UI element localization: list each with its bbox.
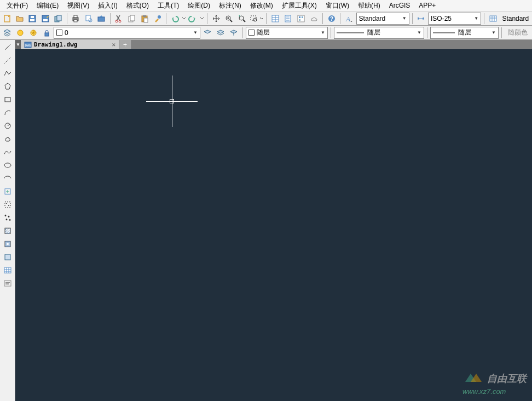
- tool-palette-button[interactable]: [295, 13, 307, 25]
- menu-extend[interactable]: 扩展工具(X): [277, 0, 321, 11]
- svg-rect-63: [5, 202, 10, 207]
- color-dropdown[interactable]: 随层 ▼: [246, 27, 328, 39]
- properties-palette-button[interactable]: [269, 13, 281, 25]
- multiline-text-tool[interactable]: [1, 277, 14, 289]
- redo-button[interactable]: [187, 13, 204, 25]
- match-properties-button[interactable]: [152, 13, 163, 25]
- text-style-dropdown[interactable]: Standard ▼: [356, 13, 409, 25]
- layer-iso-button[interactable]: [228, 27, 240, 39]
- line-tool[interactable]: [1, 41, 14, 53]
- zoom-previous-button[interactable]: [236, 13, 247, 25]
- dim-style-icon[interactable]: [415, 13, 427, 25]
- svg-line-23: [230, 20, 232, 22]
- ellipse-arc-tool[interactable]: [1, 172, 14, 184]
- svg-rect-59: [5, 97, 10, 102]
- menu-edit[interactable]: 编辑(E): [32, 0, 63, 11]
- svg-point-69: [9, 219, 10, 221]
- polyline-tool[interactable]: [1, 67, 14, 79]
- menu-annotate[interactable]: 标注(N): [215, 0, 246, 11]
- layer-prev-button[interactable]: [201, 27, 213, 39]
- zoom-realtime-button[interactable]: [223, 13, 235, 25]
- svg-rect-48: [490, 16, 496, 21]
- revision-cloud-tool[interactable]: [1, 133, 14, 145]
- linetype-dropdown[interactable]: 随层 ▼: [334, 27, 424, 39]
- ellipse-tool[interactable]: [1, 159, 14, 171]
- linetype-preview-icon: [337, 30, 364, 36]
- save-button[interactable]: [27, 13, 38, 25]
- insert-block-tool[interactable]: [1, 185, 14, 197]
- document-tab-active[interactable]: DWG Drawing1.dwg ✕: [21, 40, 119, 49]
- zoom-window-button[interactable]: [248, 13, 263, 25]
- open-file-button[interactable]: [14, 13, 25, 25]
- menu-help[interactable]: 帮助(H): [354, 0, 385, 11]
- polygon-tool[interactable]: [1, 80, 14, 92]
- tab-filename: Drawing1.dwg: [34, 41, 77, 48]
- menu-window[interactable]: 窗口(W): [321, 0, 354, 11]
- region-tool[interactable]: [1, 251, 14, 263]
- lineweight-value: 随层: [458, 28, 471, 37]
- cloud-connect-button[interactable]: [308, 13, 320, 25]
- layer-dropdown[interactable]: 0 ▼: [54, 27, 200, 39]
- lineweight-dropdown[interactable]: 随层 ▼: [430, 27, 499, 39]
- svg-rect-2: [30, 19, 34, 21]
- undo-button[interactable]: [169, 13, 186, 25]
- menu-arcgis[interactable]: ArcGIS: [385, 1, 415, 10]
- draw-toolbar: [0, 40, 15, 401]
- layer-on-icon[interactable]: [14, 27, 26, 39]
- save-as-button[interactable]: [39, 13, 51, 25]
- menu-file[interactable]: 文件(F): [2, 0, 32, 11]
- publish-button[interactable]: [95, 13, 107, 25]
- tab-list-button[interactable]: ▼: [15, 40, 21, 49]
- menu-view[interactable]: 视图(V): [63, 0, 94, 11]
- svg-rect-41: [299, 19, 300, 21]
- layer-lock-icon[interactable]: [41, 27, 53, 39]
- menu-modify[interactable]: 修改(M): [246, 0, 277, 11]
- print-button[interactable]: [70, 13, 82, 25]
- menu-insert[interactable]: 插入(I): [94, 0, 122, 11]
- svg-point-61: [4, 163, 11, 167]
- watermark-url: www.xz7.com: [462, 387, 527, 396]
- point-tool[interactable]: [1, 212, 14, 224]
- svg-rect-75: [4, 268, 11, 273]
- menu-format[interactable]: 格式(O): [122, 0, 153, 11]
- svg-point-64: [6, 203, 7, 204]
- construction-line-tool[interactable]: [1, 54, 14, 66]
- make-block-tool[interactable]: [1, 199, 14, 211]
- table-tool[interactable]: [1, 264, 14, 276]
- rectangle-tool[interactable]: [1, 94, 14, 106]
- text-style-icon[interactable]: A: [343, 13, 355, 25]
- dim-style-value: ISO-25: [431, 15, 452, 22]
- table-style-icon[interactable]: [487, 13, 499, 25]
- gradient-tool[interactable]: [1, 238, 14, 250]
- drawing-canvas[interactable]: 自由互联 www.xz7.com: [15, 49, 532, 401]
- help-button[interactable]: ?: [326, 13, 337, 25]
- arc-tool[interactable]: [1, 107, 14, 119]
- sheet-set-button[interactable]: [282, 13, 294, 25]
- new-file-button[interactable]: [1, 13, 13, 25]
- menu-tools[interactable]: 工具(T): [153, 0, 183, 11]
- menu-app[interactable]: APP+: [414, 1, 440, 10]
- svg-text:?: ?: [329, 16, 333, 22]
- layer-properties-button[interactable]: [1, 27, 13, 39]
- layer-states-button[interactable]: [215, 27, 227, 39]
- dim-style-dropdown[interactable]: ISO-25 ▼: [428, 13, 481, 25]
- copy-doc-button[interactable]: [52, 13, 63, 25]
- copy-button[interactable]: [126, 13, 137, 25]
- svg-rect-11: [86, 15, 90, 21]
- watermark: 自由互联 www.xz7.com: [462, 371, 527, 396]
- circle-tool[interactable]: [1, 120, 14, 132]
- print-preview-button[interactable]: [83, 13, 94, 25]
- layer-color-swatch: [56, 30, 62, 36]
- new-tab-button[interactable]: +: [119, 40, 131, 49]
- spline-tool[interactable]: [1, 146, 14, 158]
- pan-button[interactable]: [210, 13, 222, 25]
- menu-draw[interactable]: 绘图(D): [183, 0, 215, 11]
- layer-freeze-icon[interactable]: [27, 27, 39, 39]
- paste-button[interactable]: [139, 13, 151, 25]
- svg-text:A: A: [345, 15, 350, 23]
- hatch-tool[interactable]: [1, 225, 14, 237]
- tab-close-button[interactable]: ✕: [112, 41, 115, 48]
- separator: [331, 27, 331, 38]
- cut-button[interactable]: [113, 13, 125, 25]
- chevron-down-icon: ▼: [321, 30, 325, 35]
